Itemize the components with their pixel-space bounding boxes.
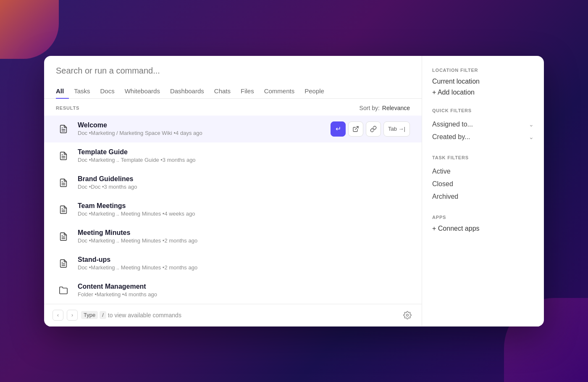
tab-all[interactable]: All [56,84,69,99]
tab-button-label: Tab →| [388,126,405,132]
add-location-link[interactable]: + Add location [432,89,534,96]
result-title: Brand Guidelines [78,175,410,183]
footer-hint-text: to view available commands [108,312,181,319]
closed-filter[interactable]: Closed [432,178,534,190]
result-meta: Doc •Marketing .. Meeting Minutes •2 mon… [78,264,410,271]
tab-files[interactable]: Files [236,84,259,99]
modal-top: All Tasks Docs Whiteboards Dashboards Ch… [44,56,544,327]
footer-type: Type [81,311,98,319]
footer-slash: / [100,311,106,319]
result-meta: Doc •Marketing / Marketing Space Wiki •4… [78,130,331,136]
result-meta: Doc •Marketing .. Template Guide •3 mont… [78,157,410,163]
nav-prev-button[interactable]: ‹ [52,310,63,321]
result-actions: ↵ [331,121,410,137]
doc-icon [56,256,71,271]
task-filters-section: TASK FILTERS Active Closed Archived [432,155,534,203]
task-filters-title: TASK FILTERS [432,155,534,160]
result-meta: Doc •Marketing .. Meeting Minutes •4 wee… [78,211,410,217]
search-modal: All Tasks Docs Whiteboards Dashboards Ch… [44,56,544,327]
result-title: Meeting Minutes [78,229,410,237]
result-item[interactable]: Content Management Folder •Marketing •4 … [44,277,422,304]
enter-button[interactable]: ↵ [331,121,346,137]
archived-filter[interactable]: Archived [432,190,534,203]
open-button[interactable] [348,121,363,137]
svg-line-3 [355,126,358,129]
connect-apps-link[interactable]: + Connect apps [432,225,534,232]
results-header: RESULTS Sort by: Relevance [44,99,422,116]
apps-section: APPS + Connect apps [432,215,534,232]
result-content: Content Management Folder •Marketing •4 … [78,283,410,298]
results-list: Welcome Doc •Marketing / Marketing Space… [44,116,422,304]
sort-by-label: Sort by: [360,105,380,111]
svg-point-19 [407,314,409,316]
result-title: Template Guide [78,148,410,156]
tab-people[interactable]: People [299,84,329,99]
result-content: Meeting Minutes Doc •Marketing .. Meetin… [78,229,410,244]
search-input[interactable] [56,66,410,76]
apps-title: APPS [432,215,534,220]
assigned-to-label: Assigned to... [432,121,473,128]
tab-tasks[interactable]: Tasks [69,84,95,99]
result-content: Welcome Doc •Marketing / Marketing Space… [78,121,331,136]
result-content: Team Meetings Doc •Marketing .. Meeting … [78,202,410,217]
sort-by-container: Sort by: Relevance [360,105,410,111]
result-meta: Folder •Marketing •4 months ago [78,291,410,298]
doc-icon [56,175,71,190]
tab-comments[interactable]: Comments [259,84,300,99]
results-label: RESULTS [56,105,79,111]
result-item[interactable]: Meeting Minutes Doc •Marketing .. Meetin… [44,223,422,250]
result-item[interactable]: Welcome Doc •Marketing / Marketing Space… [44,116,422,142]
tab-button[interactable]: Tab →| [383,121,410,137]
nav-next-button[interactable]: › [67,310,78,321]
folder-icon [56,283,71,298]
created-by-filter[interactable]: Created by... ⌄ [432,131,534,143]
result-meta: Doc •Doc •3 months ago [78,184,410,190]
chevron-down-icon: ⌄ [529,121,534,128]
modal-footer: ‹ › Type / to view available commands [44,304,422,326]
result-title: Team Meetings [78,202,410,210]
tab-whiteboards[interactable]: Whiteboards [120,84,165,99]
active-filter[interactable]: Active [432,165,534,178]
result-title: Stand-ups [78,256,410,263]
result-item[interactable]: Brand Guidelines Doc •Doc •3 months ago [44,169,422,196]
modal-main: All Tasks Docs Whiteboards Dashboards Ch… [44,56,422,326]
sort-by-value[interactable]: Relevance [382,105,410,111]
quick-filters-section: QUICK FILTERS Assigned to... ⌄ Created b… [432,108,534,143]
result-item[interactable]: Template Guide Doc •Marketing .. Templat… [44,142,422,169]
doc-icon [56,229,71,244]
result-content: Brand Guidelines Doc •Doc •3 months ago [78,175,410,190]
tabs-bar: All Tasks Docs Whiteboards Dashboards Ch… [44,79,422,99]
quick-filters-title: QUICK FILTERS [432,108,534,113]
location-filter-title: LOCATION FILTER [432,68,534,73]
assigned-to-filter[interactable]: Assigned to... ⌄ [432,118,534,131]
result-meta: Doc •Marketing .. Meeting Minutes •2 mon… [78,237,410,244]
created-by-label: Created by... [432,133,470,141]
result-title: Content Management [78,283,410,290]
footer-hint: Type / to view available commands [81,311,398,319]
result-title: Welcome [78,121,331,129]
doc-icon [56,148,71,163]
link-button[interactable] [366,121,381,137]
chevron-down-icon: ⌄ [529,134,534,140]
modal-sidebar: LOCATION FILTER Current location + Add l… [422,56,544,326]
result-item[interactable]: Stand-ups Doc •Marketing .. Meeting Minu… [44,250,422,277]
search-bar-container [44,56,422,76]
tab-dashboards[interactable]: Dashboards [165,84,209,99]
tab-docs[interactable]: Docs [95,84,120,99]
settings-icon[interactable] [402,309,413,321]
doc-icon [56,121,71,137]
current-location-link[interactable]: Current location [432,78,534,85]
result-content: Stand-ups Doc •Marketing .. Meeting Minu… [78,256,410,271]
result-item[interactable]: Team Meetings Doc •Marketing .. Meeting … [44,196,422,223]
location-filter-section: LOCATION FILTER Current location + Add l… [432,68,534,96]
doc-icon [56,202,71,217]
tab-chats[interactable]: Chats [209,84,236,99]
result-content: Template Guide Doc •Marketing .. Templat… [78,148,410,163]
